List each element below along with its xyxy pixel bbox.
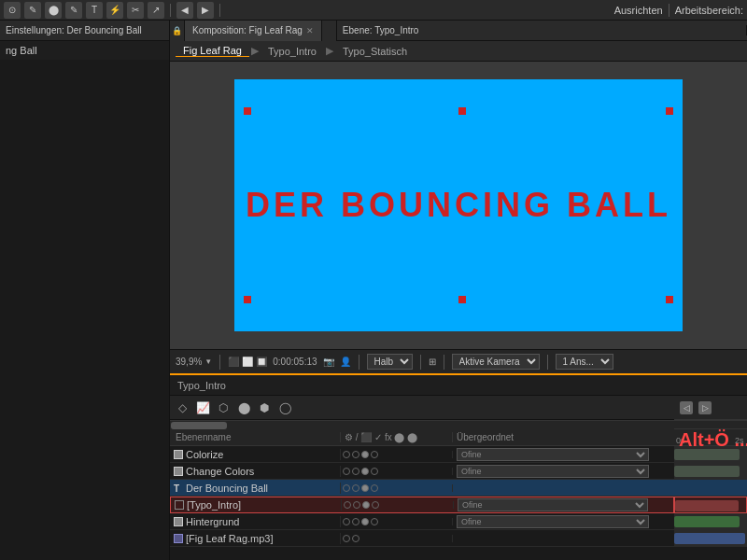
sw3[interactable]: [361, 451, 369, 458]
sw2[interactable]: [352, 451, 359, 458]
frame-icon3: 🔲: [256, 357, 267, 367]
col-layer-name: Ebenenname: [170, 432, 341, 442]
track-row-change-colors[interactable]: [674, 463, 747, 480]
parent-select-change-colors[interactable]: Ofine: [457, 465, 649, 478]
camera-icon: 📷: [323, 357, 334, 367]
toolbar-icon-4[interactable]: ✎: [65, 2, 82, 19]
left-panel: Einstellungen: Der Bouncing Ball ng Ball: [0, 21, 170, 560]
sw3b[interactable]: [361, 468, 369, 475]
sw2c[interactable]: [352, 484, 359, 492]
layer-name-cell-audio: [Fig Leaf Rag.mp3]: [170, 533, 341, 544]
tl-icon-graph[interactable]: 📈: [194, 399, 211, 416]
handle-bc: [458, 296, 466, 303]
track-row-typo[interactable]: [674, 497, 747, 513]
layer-scrollbar-h[interactable]: [170, 420, 674, 429]
comp-tab-close[interactable]: ✕: [306, 26, 314, 35]
layer-columns-header: Ebenenname ⚙ / ⬛ ✓ fx ⬤ ⬤ Übergeordnet: [170, 429, 674, 446]
layer-label-audio: [Fig Leaf Rag.mp3]: [186, 533, 274, 544]
sw4b[interactable]: [371, 468, 378, 475]
top-toolbar: ⊙ ✎ ⬤ ✎ T ⚡ ✂ ↗ ◀ ▶ Ausrichten Arbeitsbe…: [0, 0, 747, 21]
timeline-controls-bar: ◇ 📈 ⬡ ⬤ ⬢ ◯: [170, 396, 674, 420]
layer-row-change-colors[interactable]: Change Colors Ofine: [170, 463, 674, 480]
parent-select-hintergrund[interactable]: Ofine: [457, 515, 649, 528]
layer-row-typo-intro[interactable]: [Typo_Intro] Ofine: [170, 497, 674, 513]
track-row-bouncing[interactable]: →: [674, 480, 747, 497]
toolbar-icon-t[interactable]: T: [86, 2, 103, 19]
quality-select[interactable]: Halb: [367, 354, 413, 370]
parent-select-typo[interactable]: Ofine: [458, 498, 648, 511]
sw4d[interactable]: [372, 501, 379, 509]
ans-select[interactable]: 1 Ans...: [556, 354, 613, 370]
tab-fig-leaf[interactable]: Fig Leaf Rag: [176, 45, 249, 57]
timeline-header: Typo_Intro: [170, 375, 747, 396]
toolbar-icon-5[interactable]: ⚡: [106, 2, 123, 19]
sw4e[interactable]: [371, 518, 378, 525]
preview-person-icon[interactable]: 👤: [340, 357, 351, 367]
track-bar-change-colors: [674, 466, 740, 477]
sw1e[interactable]: [343, 518, 350, 525]
tl-icon-keyframe[interactable]: ◇: [174, 399, 190, 416]
layer-label-hintergrund: Hintergrund: [186, 516, 239, 527]
sw2e[interactable]: [352, 518, 359, 525]
arbeitsbereich-label: Arbeitsbereich:: [675, 5, 743, 16]
layer-row-audio[interactable]: [Fig Leaf Rag.mp3]: [170, 530, 674, 547]
sw1[interactable]: [343, 451, 350, 458]
preview-zoom-control[interactable]: 39,9% ▼: [176, 357, 212, 367]
sw3d[interactable]: [362, 501, 370, 509]
timeline-body: ◇ 📈 ⬡ ⬤ ⬢ ◯ Ebenenname ⚙ / ⬛ ✓ fx: [170, 396, 747, 560]
toolbar-icon-1[interactable]: ⊙: [4, 2, 21, 19]
sw1b[interactable]: [343, 468, 350, 475]
grid-icon: ⊞: [429, 357, 436, 367]
toolbar-icon-8[interactable]: ◀: [176, 2, 193, 19]
view-select[interactable]: Aktive Kamera: [452, 354, 540, 370]
sw2f[interactable]: [352, 535, 359, 542]
layer-name-cell-typo: [Typo_Intro]: [171, 499, 342, 511]
layer-switches-audio: [341, 535, 453, 542]
sw4c[interactable]: [371, 484, 378, 492]
tl-icon-shape[interactable]: ⬤: [235, 399, 252, 416]
toolbar-sep-3: [669, 4, 669, 17]
tl-icon-paint[interactable]: ⬢: [256, 399, 273, 416]
zoom-dropdown-icon[interactable]: ▼: [204, 357, 212, 366]
preview-frame-controls[interactable]: ⬛ ⬜ 🔲: [228, 357, 267, 367]
track-scrollbar-h[interactable]: [674, 420, 747, 429]
track-bar-audio: [674, 533, 745, 544]
track-ctrl-2[interactable]: ▷: [698, 401, 712, 414]
comp-tab-label: Komposition: Fig Leaf Rag: [192, 25, 303, 35]
parent-select-colorize[interactable]: Ofine: [457, 448, 649, 461]
sw3e[interactable]: [361, 518, 369, 525]
layer-switches-hintergrund: [341, 518, 453, 525]
toolbar-icon-3[interactable]: ⬤: [45, 2, 62, 19]
track-row-audio[interactable]: [674, 530, 747, 547]
sw1c[interactable]: [343, 484, 350, 492]
track-row-hintergrund[interactable]: [674, 513, 747, 530]
layer-switches-colorize: [341, 451, 453, 458]
sw2d[interactable]: [353, 501, 360, 509]
sw1d[interactable]: [344, 501, 351, 509]
toolbar-icon-2[interactable]: ✎: [24, 2, 41, 19]
tl-icon-puppet[interactable]: ◯: [276, 399, 293, 416]
toolbar-icon-9[interactable]: ▶: [197, 2, 214, 19]
toolbar-icon-7[interactable]: ↗: [148, 2, 164, 19]
toolbar-icon-6[interactable]: ✂: [127, 2, 144, 19]
track-row-colorize[interactable]: [674, 446, 747, 463]
layer-row-der-bouncing-ball[interactable]: T Der Bouncing Ball: [170, 480, 674, 497]
sw1f[interactable]: [343, 535, 350, 542]
preview-timecode[interactable]: 0:00:05:13: [273, 357, 317, 367]
sw3c[interactable]: [361, 484, 369, 492]
track-bar-hintergrund: [674, 516, 740, 527]
preview-camera-icon[interactable]: 📷: [323, 357, 334, 367]
tl-icon-mask[interactable]: ⬡: [215, 399, 232, 416]
layer-label-typo: [Typo_Intro]: [187, 499, 241, 511]
preview-grid-icon[interactable]: ⊞: [429, 357, 436, 367]
tab-typo-intro[interactable]: Typo_Intro: [261, 46, 324, 57]
track-ctrl-1[interactable]: ◁: [680, 401, 693, 414]
comp-tab-fig-leaf[interactable]: Komposition: Fig Leaf Rag ✕: [185, 21, 322, 41]
sw2b[interactable]: [352, 468, 359, 475]
sw4[interactable]: [371, 451, 378, 458]
tab-typo-statisch[interactable]: Typo_Statisch: [335, 46, 415, 57]
frame-icon2: ⬜: [242, 357, 253, 367]
layer-row-colorize[interactable]: Colorize Ofine: [170, 446, 674, 463]
layer-row-hintergrund[interactable]: Hintergrund Ofine: [170, 513, 674, 530]
layer-scrollbar-thumb[interactable]: [171, 422, 227, 429]
